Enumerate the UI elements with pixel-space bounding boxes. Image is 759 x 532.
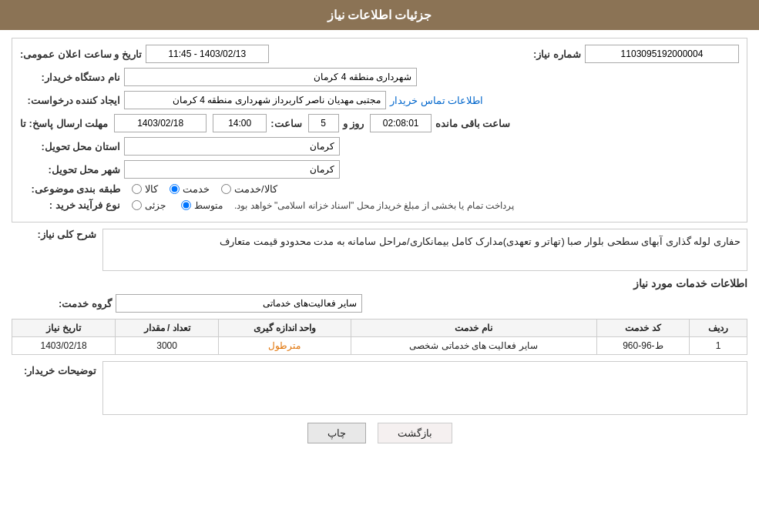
ejad-konande-input[interactable]: مجتبی مهدیان ناصر کاربرداز شهرداری منطقه… <box>124 91 386 109</box>
radio-jozii[interactable]: جزئی <box>132 200 166 211</box>
table-cell: 1403/02/18 <box>12 337 116 355</box>
print-button[interactable]: چاپ <box>307 423 366 443</box>
motevaset-label: متوسط <box>194 200 223 211</box>
col-tedad: تعداد / مقدار <box>116 320 219 337</box>
kala-label: کالا <box>145 183 158 195</box>
radio-kala[interactable]: کالا <box>132 183 158 195</box>
col-vahed: واحد اندازه گیری <box>219 320 351 337</box>
nam-dastgah-input[interactable]: شهرداری منطقه 4 کرمان <box>124 68 417 86</box>
remaining-label: ساعت باقی مانده <box>435 118 510 129</box>
rooz-input[interactable]: 5 <box>308 114 339 132</box>
gorohe-label: گروه خدمت: <box>12 298 112 309</box>
radio-kala-khadamat[interactable]: کالا/خدمت <box>221 183 277 195</box>
radio-khadamat[interactable]: خدمت <box>170 183 210 195</box>
saat-label: ساعت: <box>270 118 301 129</box>
sharh-label: شرح کلی نیاز: <box>12 229 96 240</box>
page-header: جزئیات اطلاعات نیاز <box>0 0 759 30</box>
tarikh-aalan-input[interactable]: 1403/02/13 - 11:45 <box>146 45 269 63</box>
sharh-text: حفاری لوله گذاری آبهای سطحی بلوار صبا (ت… <box>220 236 741 247</box>
ostan-label: استان محل تحویل: <box>20 141 120 152</box>
page-title: جزئیات اطلاعات نیاز <box>327 8 432 22</box>
kala-khadamat-label: کالا/خدمت <box>234 183 277 195</box>
gorohe-input[interactable]: سایر فعالیت‌های خدماتی <box>116 294 362 313</box>
table-cell: مترطول <box>219 337 351 355</box>
saat-input[interactable]: 14:00 <box>213 114 267 132</box>
service-table: ردیف کد خدمت نام خدمت واحد اندازه گیری ت… <box>12 319 747 355</box>
col-nam: نام خدمت <box>351 320 596 337</box>
shahr-input[interactable]: کرمان <box>124 160 340 179</box>
jozii-label: جزئی <box>145 200 166 211</box>
contact-link[interactable]: اطلاعات تماس خریدار <box>390 95 483 106</box>
radio-motevaset[interactable]: متوسط <box>181 200 223 211</box>
date-input[interactable]: 1403/02/18 <box>114 114 207 132</box>
col-kod: کد خدمت <box>596 320 690 337</box>
back-button[interactable]: بازگشت <box>378 423 452 443</box>
noe-farayand-label: نوع فرآیند خرید : <box>20 199 120 211</box>
table-cell: 1 <box>690 337 747 355</box>
ejad-konande-label: ایجاد کننده درخواست: <box>20 95 120 106</box>
shomare-niaz-label: شماره نیاز: <box>481 49 581 60</box>
tarikh-aalan-label: تاریخ و ساعت اعلان عمومی: <box>20 49 142 60</box>
mohlet-label: مهلت ارسال پاسخ: تا <box>20 118 108 129</box>
table-row: 1ط-96-960سایر فعالیت های خدماتی شخصیمترط… <box>12 337 747 355</box>
sharh-box: حفاری لوله گذاری آبهای سطحی بلوار صبا (ت… <box>102 229 747 271</box>
comment-textarea[interactable] <box>102 361 747 415</box>
col-tarikh: تاریخ نیاز <box>12 320 116 337</box>
khadamat-section-title: اطلاعات خدمات مورد نیاز <box>12 277 747 289</box>
rooz-label: روز و <box>343 118 364 129</box>
table-cell: سایر فعالیت های خدماتی شخصی <box>351 337 596 355</box>
tabaghe-label: طبقه بندی موضوعی: <box>20 183 120 195</box>
shomare-niaz-input[interactable]: 1103095192000004 <box>585 45 739 63</box>
remaining-input[interactable]: 02:08:01 <box>370 114 432 132</box>
col-radif: ردیف <box>690 320 747 337</box>
shahr-label: شهر محل تحویل: <box>20 164 120 176</box>
comment-label: توضیحات خریدار: <box>12 361 96 376</box>
table-cell: 3000 <box>116 337 219 355</box>
table-cell: ط-96-960 <box>596 337 690 355</box>
purchase-note: پرداخت تمام یا بخشی از مبلغ خریداز محل "… <box>234 200 514 211</box>
ostan-input[interactable]: کرمان <box>124 137 340 156</box>
action-buttons: بازگشت چاپ <box>12 423 747 443</box>
nam-dastgah-label: نام دستگاه خریدار: <box>20 72 120 83</box>
khadamat-label: خدمت <box>183 183 210 195</box>
